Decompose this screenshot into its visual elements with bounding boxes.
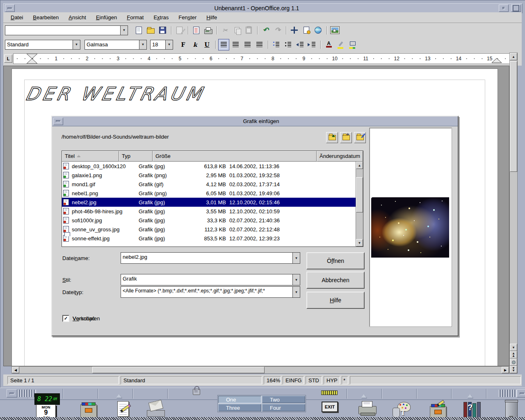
paragraph-style-value[interactable]: Standard: [5, 40, 73, 49]
menu-item[interactable]: Datei: [6, 13, 28, 22]
subpanel-arrow-icon[interactable]: [116, 391, 122, 398]
scroll-down-icon[interactable]: ▼: [356, 239, 363, 247]
format-icon[interactable]: [213, 39, 217, 50]
panel-handle-right[interactable]: [499, 389, 525, 397]
menu-item[interactable]: Extras: [148, 13, 173, 22]
status-selection-mode[interactable]: STD: [306, 376, 322, 384]
format-icon[interactable]: [230, 39, 241, 50]
menu-item[interactable]: Bearbeiten: [28, 13, 64, 22]
toolbar-icon[interactable]: [243, 25, 254, 36]
format-icon[interactable]: [306, 39, 317, 50]
table-row[interactable]: nebel2.jpg Grafik (jpg) 3,01 MB 12.10.20…: [62, 198, 356, 207]
scroll-down-icon[interactable]: ▼: [510, 344, 517, 351]
toolbar-icon[interactable]: [145, 25, 156, 36]
format-icon[interactable]: [266, 39, 270, 50]
filetype-combobox[interactable]: <Alle Formate> (*.bmp;*.dxf;*.emf;*.eps;…: [121, 286, 300, 298]
style-combobox[interactable]: Grafik▼: [121, 274, 300, 285]
application-manager-icon[interactable]: [428, 399, 447, 418]
menu-item[interactable]: Einfügen: [91, 13, 122, 22]
trash-icon[interactable]: [502, 399, 521, 418]
workspace-button[interactable]: Four: [262, 404, 305, 411]
list-scroll-track[interactable]: [356, 169, 363, 239]
toolbar-icon[interactable]: [203, 25, 214, 36]
checkbox-box[interactable]: ✓: [62, 315, 69, 322]
format-icon[interactable]: [294, 39, 306, 50]
column-header[interactable]: Änderungsdatum: [317, 151, 363, 162]
chevron-down-icon[interactable]: ▼: [292, 253, 300, 263]
previous-page-button[interactable]: ▲ ▲: [510, 351, 517, 358]
chevron-down-icon[interactable]: ▼: [73, 40, 80, 49]
font-size-combobox[interactable]: 18 ▼: [150, 40, 173, 50]
menu-item[interactable]: Ansicht: [64, 13, 91, 22]
font-name-combobox[interactable]: Galmasa ▼: [84, 40, 147, 50]
chevron-down-icon[interactable]: ▼: [120, 26, 128, 35]
filetype-value[interactable]: <Alle Formate> (*.bmp;*.dxf;*.emf;*.eps;…: [121, 287, 292, 297]
vertical-scroll-track[interactable]: [510, 60, 517, 344]
vertical-scrollbar[interactable]: ▲ ▼ ▲ ▲ ▼ ▼: [509, 52, 518, 374]
text-editor-icon[interactable]: [114, 399, 133, 418]
scroll-up-icon[interactable]: ▲: [356, 162, 363, 169]
menu-item[interactable]: Hilfe: [201, 13, 222, 22]
scroll-up-icon[interactable]: ▲: [510, 53, 517, 60]
status-hyperlink-mode[interactable]: HYP: [324, 376, 340, 384]
toolbar-icon[interactable]: [313, 25, 324, 36]
menu-item[interactable]: Format: [122, 13, 148, 22]
table-row[interactable]: nebel1.png Grafik (png) 6,05 MB 01.03.20…: [62, 189, 356, 198]
cancel-button[interactable]: Abbrechen: [306, 272, 365, 289]
url-combobox[interactable]: ▼: [5, 25, 128, 35]
file-manager-icon[interactable]: [79, 399, 98, 418]
format-icon[interactable]: [347, 39, 358, 50]
format-icon[interactable]: [335, 39, 346, 50]
create-new-directory-button[interactable]: [340, 132, 352, 143]
open-button[interactable]: Öffnen: [306, 252, 365, 269]
clock[interactable]: 8 22AM: [34, 393, 60, 405]
toolbar-icon[interactable]: [174, 25, 185, 36]
toolbar-icon[interactable]: [231, 25, 242, 36]
right-indent-marker-icon[interactable]: [491, 58, 502, 63]
scroll-left-icon[interactable]: ◀: [12, 367, 19, 373]
column-header[interactable]: Größe: [153, 151, 317, 162]
format-icon[interactable]: [242, 39, 253, 50]
format-icon[interactable]: k: [189, 39, 201, 50]
panel-minimize-button[interactable]: [517, 389, 525, 397]
toolbar-icon[interactable]: [301, 25, 312, 36]
style-manager-icon[interactable]: T: [392, 399, 411, 418]
subpanel-arrow-icon[interactable]: [361, 391, 367, 398]
subpanel-arrow-icon[interactable]: [467, 391, 473, 398]
vertical-scroll-thumb[interactable]: [510, 61, 517, 172]
ruler-strip[interactable]: 123456789101112131415: [13, 53, 511, 64]
table-row[interactable]: galaxie1.png Grafik (png) 2,95 MB 01.03.…: [62, 171, 356, 180]
mail-icon[interactable]: [146, 399, 165, 418]
chevron-down-icon[interactable]: ▼: [139, 40, 146, 49]
filename-combobox[interactable]: nebel2.jpg▼: [121, 252, 300, 264]
navigation-dot-button[interactable]: [510, 358, 517, 366]
workspace-button[interactable]: Three: [218, 404, 261, 411]
table-row[interactable]: desktop_03_1600x120 Grafik (jpg) 613,8 K…: [62, 162, 356, 171]
indent-marker-icon[interactable]: [26, 53, 38, 64]
list-scroll-thumb[interactable]: [356, 177, 363, 212]
panel-handle-left[interactable]: [7, 389, 36, 397]
scroll-right-icon[interactable]: ▶: [502, 367, 509, 373]
table-row[interactable]: sonne_uv_gross.jpg Grafik (jpg) 112,3 KB…: [62, 225, 356, 234]
table-row[interactable]: mond1.gif Grafik (gif) 4,12 MB 02.03.200…: [62, 180, 356, 189]
format-icon[interactable]: [218, 39, 229, 50]
tab-stop-type-button[interactable]: L: [4, 55, 12, 63]
format-icon[interactable]: U: [201, 39, 212, 50]
format-icon[interactable]: F: [178, 39, 189, 50]
font-name-value[interactable]: Galmasa: [85, 40, 139, 49]
horizontal-scrollbar[interactable]: ◀ ▶: [11, 366, 509, 374]
toolbar-icon[interactable]: [215, 25, 219, 36]
printer-icon[interactable]: [358, 399, 377, 418]
chevron-down-icon[interactable]: ▼: [165, 40, 173, 49]
status-page[interactable]: Seite 1 / 1: [7, 376, 119, 384]
toolbar-icon[interactable]: [255, 25, 259, 36]
toolbar-icon[interactable]: [272, 25, 283, 36]
format-icon[interactable]: [318, 39, 322, 50]
default-directory-button[interactable]: [354, 132, 366, 143]
toolbar-icon[interactable]: [191, 25, 202, 36]
help-icon[interactable]: ?: [463, 399, 482, 418]
status-insert-mode[interactable]: EINFG: [283, 376, 304, 384]
font-size-value[interactable]: 18: [151, 40, 165, 49]
toolbar-icon[interactable]: [284, 25, 288, 36]
toolbar-icon[interactable]: [133, 25, 144, 36]
